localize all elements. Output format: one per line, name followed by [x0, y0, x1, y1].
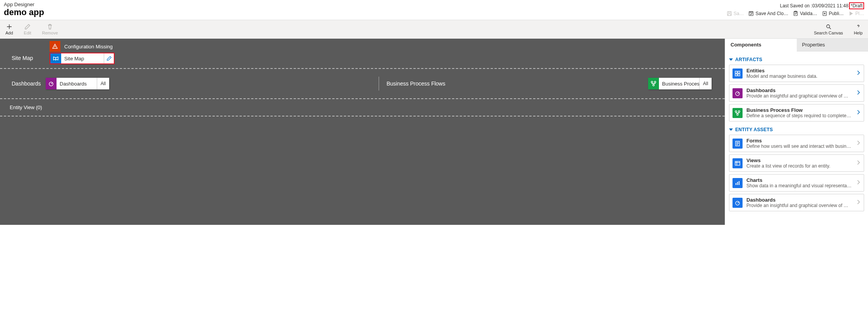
side-panel-tabs: Components Properties: [725, 39, 868, 51]
card-entities-desc: Model and manage business data.: [746, 74, 853, 79]
card-forms-title: Forms: [746, 138, 853, 144]
card-dashboards-artifact-desc: Provide an insightful and graphical over…: [746, 93, 853, 99]
bpf-count-button[interactable]: All: [699, 78, 712, 89]
svg-rect-16: [738, 74, 740, 76]
card-views[interactable]: Views Create a list view of records for …: [729, 154, 864, 172]
divider: [379, 77, 379, 91]
search-canvas-button[interactable]: Search Canvas: [814, 24, 843, 35]
card-entities-title: Entities: [746, 68, 853, 74]
chevron-right-icon: [857, 179, 861, 187]
card-dashboards-asset[interactable]: Dashboards Provide an insightful and gra…: [729, 194, 864, 211]
top-header: App Designer demo app Last Saved on : 03…: [0, 0, 868, 20]
chevron-right-icon: [857, 109, 861, 116]
publish-icon: [822, 11, 827, 16]
dashboards-count-button[interactable]: All: [97, 78, 109, 89]
app-title: demo app: [4, 7, 44, 17]
help-button[interactable]: Help: [854, 24, 863, 35]
svg-point-11: [654, 81, 656, 83]
configuration-missing-label: Configuration Missing: [64, 44, 113, 50]
form-icon: [732, 139, 743, 149]
canvas: Configuration Missing Site Map Site Map …: [0, 39, 725, 225]
bpf-column: Business Process Flows: [387, 80, 648, 87]
card-forms[interactable]: Forms Define how users will see and inte…: [729, 135, 864, 152]
configuration-missing-banner: Configuration Missing: [50, 41, 725, 52]
bpf-section-label: Business Process Flows: [387, 80, 446, 87]
group-assets-header[interactable]: ENTITY ASSETS: [729, 124, 864, 135]
header-left: App Designer demo app: [4, 2, 44, 17]
add-button[interactable]: Add: [5, 24, 13, 35]
warning-icon: [50, 41, 60, 52]
sitemap-edit-button[interactable]: [104, 53, 114, 63]
toolbar-left: Add Edit Remove: [5, 24, 58, 35]
entities-icon: [732, 68, 743, 79]
tab-properties[interactable]: Properties: [797, 39, 868, 51]
svg-rect-14: [738, 71, 740, 73]
header-right: Last Saved on : 03/09/2021 11:48 *Draft …: [727, 2, 864, 16]
play-icon: [848, 11, 854, 16]
card-dashboards-artifact-title: Dashboards: [746, 87, 853, 93]
plus-icon: [6, 24, 12, 30]
save-label: Sa…: [734, 11, 744, 16]
svg-rect-13: [735, 71, 737, 73]
card-charts[interactable]: Charts Show data in a meaningful and vis…: [729, 174, 864, 192]
svg-rect-15: [735, 74, 737, 76]
pencil-icon: [106, 56, 112, 61]
save-close-label: Save And Clo…: [755, 11, 788, 16]
save-status: Last Saved on : 03/09/2021 11:48 *Draft: [780, 2, 865, 9]
canvas-empty-area: [0, 116, 725, 225]
card-bpf-desc: Define a sequence of steps required to c…: [746, 113, 853, 118]
toolbar: Add Edit Remove Search Canvas Help: [0, 20, 868, 39]
dashboards-tile[interactable]: Dashboards All: [46, 78, 109, 89]
play-label: Pl…: [855, 11, 864, 16]
card-charts-desc: Show data in a meaningful and visual rep…: [746, 183, 853, 188]
validate-label: Valida…: [800, 11, 817, 16]
tab-components[interactable]: Components: [725, 39, 797, 51]
group-artifacts-header[interactable]: ARTIFACTS: [729, 54, 864, 65]
group-assets-label: ENTITY ASSETS: [735, 127, 773, 132]
chevron-right-icon: [857, 70, 861, 77]
svg-point-19: [738, 111, 740, 112]
validate-icon: [793, 11, 798, 16]
dashboard-icon: [732, 198, 743, 208]
chevron-right-icon: [857, 89, 861, 97]
card-dashboards-asset-desc: Provide an insightful and graphical over…: [746, 203, 853, 208]
sitemap-section: Configuration Missing Site Map Site Map: [0, 39, 725, 69]
trash-icon: [47, 24, 53, 30]
card-entities[interactable]: Entities Model and manage business data.: [729, 65, 864, 82]
side-panel: Components Properties ARTIFACTS Entities…: [725, 39, 868, 225]
card-views-title: Views: [746, 158, 853, 163]
card-dashboards-artifact[interactable]: Dashboards Provide an insightful and gra…: [729, 84, 864, 102]
sitemap-icon: [50, 53, 61, 63]
entity-view-label: Entity View (0): [10, 104, 42, 110]
svg-point-17: [736, 92, 739, 96]
publish-label: Publi…: [829, 11, 844, 16]
app-designer-label: App Designer: [4, 2, 44, 7]
search-label: Search Canvas: [814, 31, 843, 35]
toolbar-right: Search Canvas Help: [814, 24, 863, 35]
sitemap-tile[interactable]: Site Map: [50, 53, 115, 64]
bpf-tile-group: Business Proces… All: [648, 78, 725, 89]
entity-view-section[interactable]: Entity View (0): [0, 99, 725, 116]
card-bpf[interactable]: Business Process Flow Define a sequence …: [729, 104, 864, 122]
bpf-tile[interactable]: Business Proces… All: [648, 78, 712, 89]
chart-icon: [732, 178, 743, 188]
dashboard-icon: [732, 88, 743, 98]
pencil-icon: [24, 24, 31, 30]
save-button[interactable]: Sa…: [727, 11, 744, 16]
validate-button[interactable]: Valida…: [793, 11, 817, 16]
dashboards-column: Dashboards Dashboards All: [12, 78, 109, 89]
svg-rect-3: [749, 12, 753, 16]
svg-rect-23: [736, 183, 736, 185]
side-panel-body: ARTIFACTS Entities Model and manage busi…: [725, 51, 868, 216]
play-button[interactable]: Pl…: [848, 11, 864, 16]
save-and-close-button[interactable]: Save And Clo…: [748, 11, 788, 16]
dashboard-icon: [46, 78, 57, 89]
help-icon: [855, 24, 861, 30]
bpf-tile-label: Business Proces…: [659, 78, 699, 89]
svg-point-8: [827, 25, 830, 28]
remove-button: Remove: [42, 24, 58, 35]
dashboards-section-label: Dashboards: [12, 80, 46, 87]
chevron-down-icon: [729, 128, 733, 132]
publish-button[interactable]: Publi…: [822, 11, 844, 16]
remove-label: Remove: [42, 31, 58, 35]
